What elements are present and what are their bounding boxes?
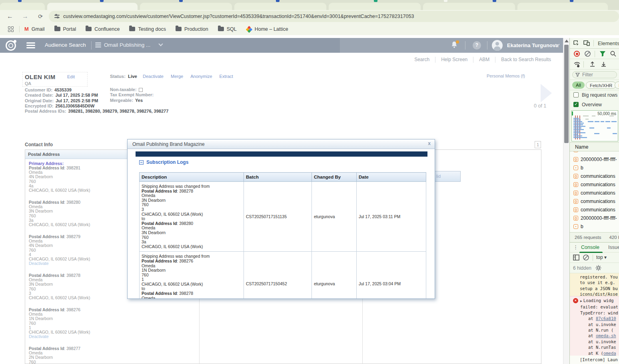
expander-icon[interactable]: ▶ bbox=[580, 299, 582, 303]
chip-fetch-xhr[interactable]: Fetch/XHR bbox=[586, 82, 616, 89]
menu-icon[interactable] bbox=[26, 42, 35, 48]
bookmark-portal[interactable]: Portal bbox=[54, 26, 76, 32]
column-header-description[interactable]: Description bbox=[140, 173, 244, 182]
merge-link[interactable]: Merge bbox=[171, 74, 183, 79]
filter-funnel-icon[interactable] bbox=[599, 51, 606, 58]
deactivate-link[interactable]: Deactivate bbox=[143, 74, 164, 79]
tab-console[interactable]: Console bbox=[581, 245, 599, 250]
clear-console-icon[interactable] bbox=[583, 254, 589, 263]
request-row[interactable]: •b bbox=[570, 222, 619, 231]
user-name[interactable]: Ekaterina Turgunova bbox=[507, 42, 558, 48]
requests-name-header[interactable]: Name bbox=[570, 142, 619, 151]
request-row[interactable]: {}communications bbox=[570, 197, 619, 205]
anonymize-link[interactable]: Anonymize bbox=[190, 74, 212, 79]
clear-icon[interactable] bbox=[584, 50, 591, 59]
deactivate-link[interactable]: Deactivate bbox=[29, 261, 125, 266]
notifications-bell-icon[interactable] bbox=[450, 41, 459, 50]
chevron-down-icon[interactable] bbox=[158, 42, 163, 46]
apps-grid-icon[interactable] bbox=[8, 26, 14, 32]
subnav-back-to-search-results[interactable]: Back to Search Results bbox=[495, 57, 557, 62]
collapse-icon[interactable] bbox=[139, 160, 144, 165]
waterfall-chart[interactable]: 50,000 ms bbox=[571, 110, 618, 141]
extract-link[interactable]: Extract bbox=[220, 74, 233, 79]
browser-tab-strip[interactable] bbox=[0, 0, 619, 10]
export-har-icon[interactable] bbox=[600, 61, 607, 69]
reload-button[interactable]: ⟳ bbox=[35, 11, 46, 22]
request-row[interactable]: {}communications bbox=[570, 205, 619, 214]
deactivate-link[interactable]: Deactivate bbox=[29, 334, 125, 339]
request-row[interactable]: {}20000000-ffff-ffff- bbox=[570, 214, 619, 222]
request-row[interactable]: •b bbox=[570, 163, 619, 172]
chip-doc[interactable]: Doc bbox=[615, 82, 619, 89]
context-selector[interactable]: top ▾ bbox=[596, 255, 607, 260]
browser-tab-active[interactable] bbox=[47, 3, 138, 10]
address-bar[interactable]: custview.omedastaging.com/custview/custo… bbox=[49, 11, 619, 22]
request-row[interactable]: {}communications bbox=[570, 180, 619, 189]
close-icon[interactable]: x bbox=[428, 141, 431, 146]
hidden-messages-label[interactable]: 6 hidden bbox=[573, 265, 591, 271]
bookmark-testing-docs[interactable]: Testing docs bbox=[129, 26, 166, 32]
tab-elements[interactable]: Elements bbox=[598, 40, 619, 46]
console-log-line[interactable]: [Intercom] Laun bbox=[570, 356, 619, 364]
browser-tab[interactable] bbox=[234, 3, 326, 10]
subnav-search[interactable]: Search bbox=[409, 57, 435, 62]
inspect-icon[interactable] bbox=[573, 40, 579, 48]
kebab-menu-icon[interactable]: ⋮ bbox=[573, 244, 578, 250]
forward-button[interactable]: → bbox=[20, 11, 30, 22]
browser-tab[interactable] bbox=[329, 3, 421, 10]
scrollbar-up-arrow[interactable] bbox=[565, 40, 569, 42]
non-taxable-checkbox[interactable] bbox=[139, 88, 143, 92]
browser-tab[interactable] bbox=[0, 3, 45, 10]
network-conditions-icon[interactable] bbox=[573, 61, 581, 69]
bookmark-sql[interactable]: SQL bbox=[218, 26, 237, 32]
checkbox-unchecked[interactable] bbox=[573, 92, 579, 97]
bookmark-label: Confluence bbox=[94, 26, 120, 32]
site-controls-icon[interactable] bbox=[54, 14, 60, 19]
edit-link[interactable]: Edit bbox=[67, 74, 75, 79]
stack-link[interactable]: omeda-sh bbox=[596, 333, 616, 338]
device-toolbar-icon[interactable] bbox=[583, 40, 590, 48]
record-icon[interactable] bbox=[574, 51, 580, 57]
browser-tab[interactable] bbox=[140, 3, 232, 10]
url-text[interactable]: custview.omedastaging.com/custview/custo… bbox=[63, 14, 414, 19]
gear-icon[interactable] bbox=[595, 265, 601, 273]
checkbox-checked[interactable] bbox=[573, 102, 579, 107]
browser-tab[interactable] bbox=[517, 3, 608, 10]
stack-link[interactable]: 87c6a810 bbox=[596, 316, 616, 321]
omeda-logo[interactable] bbox=[6, 40, 16, 51]
help-icon[interactable]: ? bbox=[473, 41, 481, 50]
bookmark-home-lattice[interactable]: Home – Lattice bbox=[246, 26, 288, 32]
tab-issues[interactable]: Issues bbox=[608, 245, 619, 250]
back-button[interactable]: ← bbox=[5, 11, 15, 22]
column-header-batch[interactable]: Batch bbox=[244, 173, 312, 182]
bookmark-gmail[interactable]: MGmail bbox=[24, 26, 45, 32]
personal-memos-link[interactable]: Personal Memos (f) bbox=[487, 74, 525, 78]
error-line: at N.run ( bbox=[580, 327, 618, 333]
request-row[interactable]: {}communications bbox=[570, 151, 619, 155]
console-warning-message[interactable]: registered. Youto use it e.g. setup a JS… bbox=[570, 273, 619, 296]
database-selector[interactable]: Omail Publishing ... bbox=[104, 42, 150, 48]
column-header-changed-by[interactable]: Changed By bbox=[312, 173, 357, 182]
postal-address-id-line: Postal Address Id: 398276 bbox=[29, 308, 125, 312]
subnav-help-screen[interactable]: Help Screen bbox=[435, 57, 473, 62]
scrollbar-thumb[interactable] bbox=[564, 45, 569, 143]
browser-tab[interactable] bbox=[423, 3, 515, 10]
avatar[interactable] bbox=[492, 40, 503, 51]
console-error-message[interactable]: × ▶Loading widgfailed: evaluatTypeError:… bbox=[570, 296, 619, 356]
console-sidebar-icon[interactable] bbox=[573, 255, 579, 262]
bookmark-confluence[interactable]: Confluence bbox=[86, 26, 120, 32]
filter-input[interactable]: Filter bbox=[572, 71, 617, 78]
chip-all[interactable]: All bbox=[572, 82, 585, 89]
import-har-icon[interactable] bbox=[589, 61, 596, 69]
column-header-date[interactable]: Date bbox=[357, 173, 426, 182]
stack-link[interactable]: omeda bbox=[603, 351, 616, 356]
page-scrollbar[interactable] bbox=[563, 38, 569, 364]
pager-next-arrow[interactable] bbox=[541, 84, 552, 102]
request-row[interactable]: {}20000000-ffff-ffff- bbox=[570, 155, 619, 163]
section-title[interactable]: Subscription Logs bbox=[146, 159, 188, 165]
subnav-abm[interactable]: ABM bbox=[473, 57, 495, 62]
request-row[interactable]: {}communications bbox=[570, 189, 619, 197]
search-icon[interactable] bbox=[610, 50, 617, 59]
bookmark-production[interactable]: Production bbox=[176, 26, 208, 32]
request-row[interactable]: {}communications bbox=[570, 172, 619, 180]
